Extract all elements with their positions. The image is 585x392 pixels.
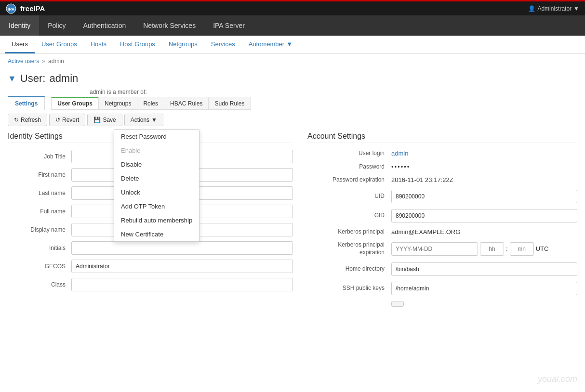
nav-identity[interactable]: Identity [0,15,39,36]
kerberos-expiration-inputs: : UTC [391,242,548,256]
subnav-automember[interactable]: Automember ▼ [242,36,299,53]
label-password: Password [307,163,385,171]
user-menu[interactable]: 👤 Administrator ▼ [528,5,579,12]
label-initials: Initials [8,245,66,251]
row-user-login: User login admin [307,150,577,157]
row-gid: GID [307,209,577,222]
kerberos-expiration-date[interactable] [391,242,478,256]
value-password: •••••• [391,163,410,170]
subnav-users[interactable]: Users [5,36,35,53]
actions-button[interactable]: Actions ▼ [124,114,163,126]
page-title-prefix: User: [20,72,46,85]
subnav-host-groups[interactable]: Host Groups [113,36,162,53]
input-gid[interactable] [391,209,577,222]
input-home-directory[interactable] [391,282,577,295]
dropdown-disable[interactable]: Disable [114,157,199,171]
label-login-shell: Home directory [307,265,385,273]
label-last-name: Last name [8,190,66,196]
value-user-login[interactable]: admin [391,150,408,157]
member-tab-roles[interactable]: Roles [137,97,164,110]
row-kerberos-principal: Kerberos principal admin@EXAMPLE.ORG [307,228,577,236]
svg-text:IPA: IPA [8,7,15,12]
row-password: Password •••••• [307,163,577,171]
input-gecos[interactable] [71,260,293,273]
input-class[interactable] [71,278,293,291]
automember-chevron-icon: ▼ [286,40,292,48]
revert-icon: ↺ [55,117,60,123]
input-initials[interactable] [71,241,293,255]
nav-ipa-server[interactable]: IPA Server [204,15,253,36]
label-first-name: First name [8,171,66,178]
main-layout: Identity Settings Job Title First name L… [8,132,577,313]
field-initials: Initials [8,241,293,255]
member-tab-user-groups[interactable]: User Groups [51,97,99,110]
dropdown-delete[interactable]: Delete [114,171,199,185]
page-title-chevron-icon[interactable]: ▼ [8,74,16,84]
breadcrumb: Active users » admin [0,54,585,68]
save-button[interactable]: 💾 Save [87,114,122,126]
label-gid: GID [307,212,385,220]
value-password-expiration: 2016-11-01 23:17:22Z [391,176,453,183]
label-class: Class [8,281,66,288]
label-display-name: Display name [8,226,66,233]
input-login-shell[interactable] [391,262,577,276]
member-tabs: User Groups Netgroups Roles HBAC Rules S… [51,97,250,110]
input-uid[interactable] [391,190,577,203]
field-class: Class [8,278,293,291]
tab-settings[interactable]: Settings [8,96,45,110]
revert-button[interactable]: ↺ Revert [49,114,85,126]
subnav-user-groups[interactable]: User Groups [35,36,84,53]
account-section-title: Account Settings [307,132,577,143]
page-title-name: admin [49,72,78,85]
save-icon: 💾 [93,117,101,123]
label-job-title: Job Title [8,153,66,160]
main-nav: Identity Policy Authentication Network S… [0,15,585,36]
dropdown-rebuild-auto-membership[interactable]: Rebuild auto membership [114,213,199,227]
row-login-shell: Home directory [307,262,577,276]
member-tab-sudo-rules[interactable]: Sudo Rules [208,97,251,110]
label-uid: UID [307,193,385,200]
row-home-directory: SSH public keys [307,282,577,295]
label-home-directory: SSH public keys [307,285,385,292]
row-ssh-public-keys [307,301,577,307]
member-tab-hbac-rules[interactable]: HBAC Rules [164,97,209,110]
dropdown-enable: Enable [114,144,199,157]
freeipa-logo: IPA [6,3,16,14]
row-uid: UID [307,190,577,203]
dropdown-unlock[interactable]: Unlock [114,185,199,199]
user-icon: 👤 [528,5,535,12]
field-gecos: GECOS [8,260,293,273]
brand-name: freeIPA [20,4,45,13]
refresh-button[interactable]: ↻ Refresh [8,114,47,126]
breadcrumb-parent[interactable]: Active users [8,58,39,65]
member-tab-netgroups[interactable]: Netgroups [98,97,137,110]
sub-nav: Users User Groups Hosts Host Groups Netg… [0,36,585,54]
subnav-hosts[interactable]: Hosts [84,36,113,53]
row-password-expiration: Password expiration 2016-11-01 23:17:22Z [307,176,577,184]
toolbar: ↻ Refresh ↺ Revert 💾 Save Actions ▼ Rese… [8,114,577,126]
label-kerberos-principal: Kerberos principal [307,228,385,236]
label-user-login: User login [307,150,385,157]
dropdown-new-certificate[interactable]: New Certificate [114,227,199,241]
label-full-name: Full name [8,208,66,215]
actions-dropdown-menu: Reset Password Enable Disable Delete Unl… [114,129,199,242]
subnav-netgroups[interactable]: Netgroups [162,36,204,53]
user-dropdown-icon: ▼ [573,5,579,12]
dropdown-add-otp-token[interactable]: Add OTP Token [114,199,199,213]
actions-chevron-icon: ▼ [151,117,157,123]
subnav-services[interactable]: Services [204,36,242,53]
username-label: Administrator [537,5,572,12]
breadcrumb-current: admin [48,58,64,65]
kerberos-expiration-hh[interactable] [480,242,504,256]
nav-network-services[interactable]: Network Services [134,15,204,36]
dropdown-reset-password[interactable]: Reset Password [114,130,199,144]
value-kerberos-principal: admin@EXAMPLE.ORG [391,228,460,235]
label-gecos: GECOS [8,263,66,270]
top-bar: IPA freeIPA 👤 Administrator ▼ [0,0,585,15]
kerberos-expiration-mn[interactable] [510,242,534,256]
row-kerberos-principal-expiration: Kerberos principalexpiration : UTC [307,241,577,256]
nav-authentication[interactable]: Authentication [75,15,135,36]
nav-policy[interactable]: Policy [39,15,74,36]
page-content: ▼ User: admin admin is a member of: Sett… [0,68,585,316]
add-ssh-key-button[interactable] [391,301,404,307]
